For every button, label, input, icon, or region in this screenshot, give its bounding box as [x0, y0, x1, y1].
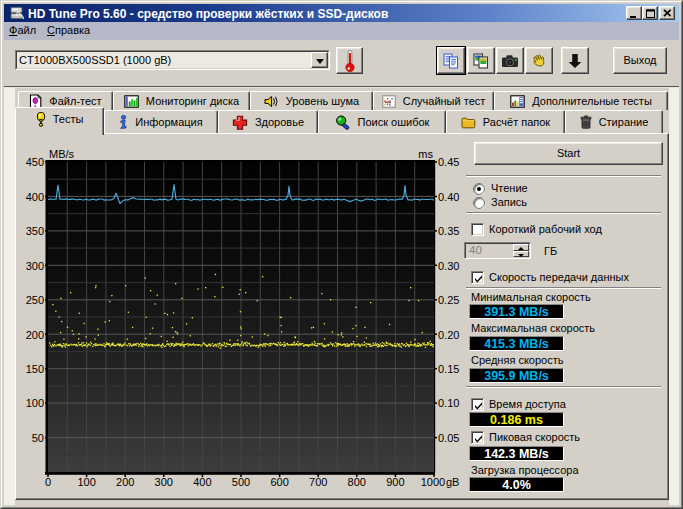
- svg-text:0.35: 0.35: [438, 225, 459, 237]
- svg-text:350: 350: [26, 225, 44, 237]
- svg-text:0.40: 0.40: [438, 191, 459, 203]
- svg-text:50: 50: [32, 432, 44, 444]
- svg-text:400: 400: [193, 476, 211, 488]
- svg-text:0.20: 0.20: [438, 329, 459, 341]
- svg-text:MB/s: MB/s: [49, 148, 75, 160]
- svg-text:800: 800: [348, 476, 366, 488]
- svg-text:300: 300: [26, 260, 44, 272]
- svg-text:100: 100: [26, 397, 44, 409]
- svg-text:gB: gB: [446, 476, 459, 488]
- svg-text:500: 500: [232, 476, 250, 488]
- svg-text:0.15: 0.15: [438, 363, 459, 375]
- svg-text:150: 150: [26, 363, 44, 375]
- svg-text:0.30: 0.30: [438, 260, 459, 272]
- svg-text:0.05: 0.05: [438, 432, 459, 444]
- svg-text:1000: 1000: [421, 476, 445, 488]
- svg-text:ms: ms: [418, 148, 433, 160]
- svg-text:0.25: 0.25: [438, 294, 459, 306]
- svg-text:0: 0: [45, 476, 51, 488]
- svg-text:450: 450: [26, 156, 44, 168]
- svg-text:600: 600: [270, 476, 288, 488]
- svg-text:0.10: 0.10: [438, 397, 459, 409]
- svg-text:300: 300: [155, 476, 173, 488]
- svg-text:700: 700: [309, 476, 327, 488]
- svg-text:900: 900: [386, 476, 404, 488]
- svg-text:0.45: 0.45: [438, 156, 459, 168]
- svg-text:200: 200: [26, 329, 44, 341]
- svg-text:400: 400: [26, 191, 44, 203]
- svg-text:100: 100: [77, 476, 95, 488]
- svg-text:200: 200: [116, 476, 134, 488]
- svg-text:250: 250: [26, 294, 44, 306]
